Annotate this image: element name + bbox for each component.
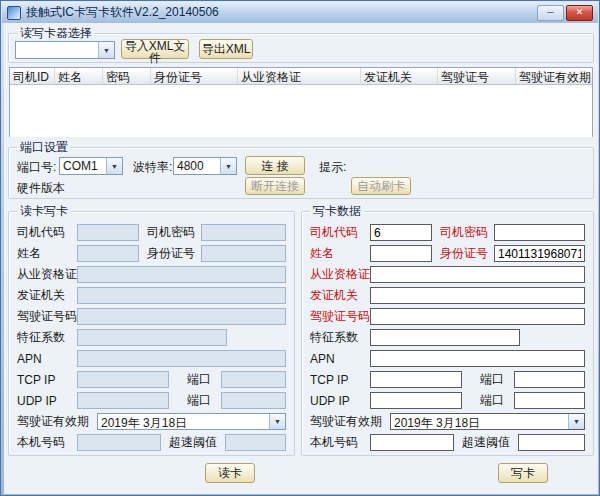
read-qualification-input[interactable] bbox=[77, 266, 286, 283]
write-apn-input[interactable] bbox=[370, 350, 585, 367]
reader-select-combo[interactable]: ▼ bbox=[15, 41, 115, 59]
read-card-group-title: 读卡写卡 bbox=[17, 204, 71, 218]
read-validity-row: 驾驶证有效期 2019年 3月18日 ▼ bbox=[17, 413, 286, 430]
driver-code-label: 司机代码 bbox=[310, 224, 370, 241]
name-label: 姓名 bbox=[310, 245, 370, 262]
window-title: 接触式IC卡写卡软件V2.2_20140506 bbox=[26, 4, 219, 21]
write-license-number-row: 驾驶证号码 bbox=[310, 308, 585, 325]
read-coefficient-row: 特征系数 bbox=[17, 329, 286, 346]
read-udp-row: UDP IP 端口 bbox=[17, 392, 286, 409]
chevron-down-icon[interactable]: ▼ bbox=[98, 42, 114, 58]
read-license-number-row: 驾驶证号码 bbox=[17, 308, 286, 325]
read-license-number-input[interactable] bbox=[77, 308, 286, 325]
write-issuing-authority-input[interactable] bbox=[370, 287, 585, 304]
write-local-number-row: 本机号码 超速阈值 bbox=[310, 434, 585, 451]
write-feature-coefficient-input[interactable] bbox=[370, 329, 520, 346]
write-tcp-port-input[interactable] bbox=[514, 371, 585, 388]
read-id-number-input[interactable] bbox=[201, 245, 286, 262]
driver-code-label: 司机代码 bbox=[17, 224, 77, 241]
column-header-authority[interactable]: 发证机关 bbox=[361, 68, 438, 84]
read-udp-ip-input[interactable] bbox=[77, 392, 169, 409]
write-udp-port-input[interactable] bbox=[514, 392, 585, 409]
write-tcp-ip-input[interactable] bbox=[370, 371, 462, 388]
overspeed-threshold-label: 超速阈值 bbox=[462, 434, 518, 451]
read-apn-input[interactable] bbox=[77, 350, 286, 367]
reader-select-group: 读写卡器选择 ▼ 导入XML文件 导出XML bbox=[8, 33, 594, 63]
license-validity-label: 驾驶证有效期 bbox=[17, 413, 97, 430]
column-header-name[interactable]: 姓名 bbox=[55, 68, 103, 84]
read-driver-code-row: 司机代码 司机密码 bbox=[17, 224, 286, 241]
udp-port-label: 端口 bbox=[187, 392, 221, 409]
driver-password-label: 司机密码 bbox=[440, 224, 494, 241]
read-card-button[interactable]: 读卡 bbox=[205, 463, 255, 483]
read-tcp-row: TCP IP 端口 bbox=[17, 371, 286, 388]
column-header-validity[interactable]: 驾驶证有效期 bbox=[516, 68, 592, 84]
udp-ip-label: UDP IP bbox=[17, 394, 77, 408]
chevron-down-icon[interactable]: ▼ bbox=[220, 158, 236, 174]
table-body[interactable] bbox=[10, 85, 592, 137]
license-number-label: 驾驶证号码 bbox=[310, 308, 370, 325]
title-bar[interactable]: 接触式IC卡写卡软件V2.2_20140506 ─ ✕ bbox=[2, 2, 598, 23]
read-qualification-row: 从业资格证 bbox=[17, 266, 286, 283]
read-tcp-ip-input[interactable] bbox=[77, 371, 169, 388]
read-driver-password-input[interactable] bbox=[201, 224, 286, 241]
id-number-label: 身份证号 bbox=[147, 245, 201, 262]
write-driver-password-input[interactable] bbox=[494, 224, 585, 241]
feature-coefficient-label: 特征系数 bbox=[17, 329, 77, 346]
chevron-down-icon[interactable]: ▼ bbox=[269, 414, 285, 429]
write-local-number-input[interactable] bbox=[370, 434, 454, 451]
read-local-number-input[interactable] bbox=[77, 434, 161, 451]
read-issuing-authority-input[interactable] bbox=[77, 287, 286, 304]
export-xml-button[interactable]: 导出XML bbox=[199, 39, 253, 59]
write-card-group: 写卡数据 司机代码 司机密码 姓名 身份证号 从业资格证 bbox=[301, 211, 594, 456]
write-authority-row: 发证机关 bbox=[310, 287, 585, 304]
column-header-password[interactable]: 密码 bbox=[103, 68, 151, 84]
column-header-license[interactable]: 驾驶证号 bbox=[438, 68, 516, 84]
column-header-qualification[interactable]: 从业资格证 bbox=[238, 68, 361, 84]
client-area: 读写卡器选择 ▼ 导入XML文件 导出XML 司机ID 姓名 密码 身份证号 从… bbox=[4, 23, 598, 494]
read-driver-code-input[interactable] bbox=[77, 224, 139, 241]
read-overspeed-threshold-input[interactable] bbox=[225, 434, 286, 451]
write-qualification-input[interactable] bbox=[370, 266, 585, 283]
apn-label: APN bbox=[310, 352, 370, 366]
minimize-button[interactable]: ─ bbox=[537, 5, 564, 21]
tcp-port-label: 端口 bbox=[187, 371, 221, 388]
write-license-validity-picker[interactable]: 2019年 3月18日 ▼ bbox=[390, 413, 585, 430]
chevron-down-icon[interactable]: ▼ bbox=[106, 158, 122, 174]
read-license-validity-picker[interactable]: 2019年 3月18日 ▼ bbox=[97, 413, 286, 430]
read-name-input[interactable] bbox=[77, 245, 139, 262]
port-combo[interactable]: COM1 ▼ bbox=[59, 157, 123, 175]
write-overspeed-threshold-input[interactable] bbox=[518, 434, 585, 451]
auto-swipe-button[interactable]: 自动刷卡 bbox=[351, 177, 411, 195]
column-header-driver-id[interactable]: 司机ID bbox=[10, 68, 55, 84]
baud-label: 波特率: bbox=[133, 159, 172, 176]
app-icon bbox=[7, 6, 21, 20]
write-name-input[interactable] bbox=[370, 245, 432, 262]
driver-password-label: 司机密码 bbox=[147, 224, 201, 241]
port-settings-group-title: 端口设置 bbox=[17, 140, 71, 154]
baud-combo[interactable]: 4800 ▼ bbox=[173, 157, 237, 175]
write-driver-code-input[interactable] bbox=[370, 224, 432, 241]
close-button[interactable]: ✕ bbox=[566, 5, 593, 21]
write-id-number-input[interactable] bbox=[494, 245, 585, 262]
connect-button[interactable]: 连 接 bbox=[245, 156, 305, 175]
write-udp-ip-input[interactable] bbox=[370, 392, 462, 409]
write-tcp-row: TCP IP 端口 bbox=[310, 371, 585, 388]
read-udp-port-input[interactable] bbox=[221, 392, 286, 409]
write-card-group-title: 写卡数据 bbox=[310, 204, 364, 218]
write-license-number-input[interactable] bbox=[370, 308, 585, 325]
reader-select-group-title: 读写卡器选择 bbox=[17, 26, 95, 40]
read-feature-coefficient-input[interactable] bbox=[77, 329, 227, 346]
write-coefficient-row: 特征系数 bbox=[310, 329, 585, 346]
port-combo-value: COM1 bbox=[60, 158, 106, 174]
read-local-number-row: 本机号码 超速阈值 bbox=[17, 434, 286, 451]
license-validity-label: 驾驶证有效期 bbox=[310, 413, 390, 430]
column-header-id-number[interactable]: 身份证号 bbox=[151, 68, 238, 84]
import-xml-button[interactable]: 导入XML文件 bbox=[121, 39, 189, 59]
read-tcp-port-input[interactable] bbox=[221, 371, 286, 388]
tcp-ip-label: TCP IP bbox=[17, 373, 77, 387]
write-card-button[interactable]: 写卡 bbox=[498, 463, 548, 483]
read-authority-row: 发证机关 bbox=[17, 287, 286, 304]
disconnect-button[interactable]: 断开连接 bbox=[245, 177, 305, 195]
chevron-down-icon[interactable]: ▼ bbox=[568, 414, 584, 429]
